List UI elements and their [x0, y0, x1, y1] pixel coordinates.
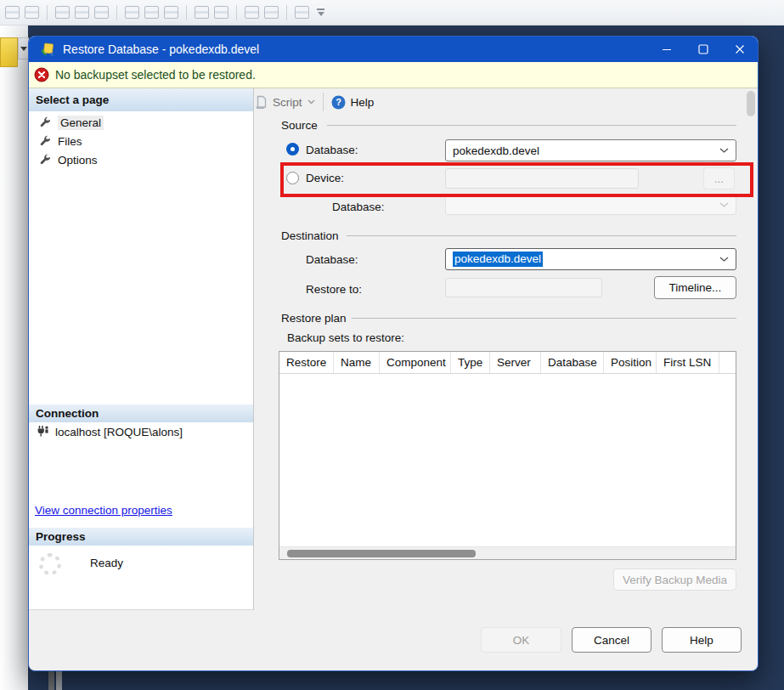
error-icon — [34, 67, 49, 82]
toolbar-icon-4[interactable] — [75, 6, 89, 19]
background-yellow-combo[interactable] — [0, 37, 18, 67]
progress-header: Progress — [29, 528, 253, 546]
destination-database-label: Database: — [306, 253, 358, 266]
timeline-button[interactable]: Timeline... — [654, 276, 736, 299]
restore-database-dialog: Restore Database - pokedexdb.devel — [28, 36, 759, 671]
cancel-button[interactable]: Cancel — [572, 627, 651, 653]
maximize-icon — [698, 44, 708, 54]
source-device-field[interactable] — [445, 168, 639, 189]
column-header-server[interactable]: Server — [490, 352, 541, 373]
sidebar-item-files[interactable]: Files — [39, 133, 82, 150]
group-divider — [347, 235, 736, 236]
sidebar-item-options[interactable]: Options — [39, 151, 98, 168]
sidebar-item-label: Files — [58, 135, 82, 148]
connection-server-row: localhost [ROQUE\alons] — [36, 425, 183, 438]
column-header-database[interactable]: Database — [541, 352, 604, 373]
alert-message: No backupset selected to be restored. — [55, 68, 256, 82]
ok-button[interactable]: OK — [481, 627, 561, 653]
backup-sets-table: Restore Name Component Type Server Datab… — [279, 351, 736, 560]
toolbar-separator — [186, 5, 187, 20]
close-button[interactable] — [721, 37, 758, 62]
combobox-selected-value: pokedexdb.devel — [453, 252, 543, 267]
column-header-restore[interactable]: Restore — [279, 352, 334, 373]
screen: Restore Database - pokedexdb.devel — [0, 0, 784, 690]
toolbar-separator — [323, 93, 324, 111]
svg-text:?: ? — [336, 97, 341, 107]
destination-database-combobox[interactable]: pokedexdb.devel — [445, 248, 736, 270]
chevron-down-icon — [719, 148, 729, 153]
toolbar-icon-8[interactable] — [164, 6, 178, 19]
background-scrollbar[interactable] — [48, 671, 54, 690]
source-device-label[interactable]: Device: — [306, 172, 344, 184]
toolbar-icon-1[interactable] — [5, 6, 20, 19]
toolbar-separator — [236, 5, 237, 20]
source-database-label[interactable]: Database: — [306, 144, 358, 156]
wrench-icon — [39, 154, 51, 166]
toolbar-icon-7[interactable] — [144, 6, 159, 19]
view-connection-properties-link[interactable]: View connection properties — [35, 504, 172, 517]
toolbar-separator — [116, 5, 117, 20]
alert-bar: No backupset selected to be restored. — [29, 62, 758, 88]
group-divider — [352, 318, 736, 319]
window-controls — [648, 37, 758, 62]
toolbar-icon-3[interactable] — [55, 6, 70, 19]
toolbar-icon-11[interactable] — [245, 6, 259, 19]
restore-database-icon — [40, 42, 55, 57]
minimize-icon — [662, 44, 672, 54]
wrench-icon — [39, 116, 51, 128]
toolbar-icon-2[interactable] — [25, 6, 39, 19]
source-database-radio[interactable] — [286, 143, 299, 156]
source-sub-database-combobox[interactable] — [445, 194, 736, 215]
source-database-combobox[interactable]: pokedexdb.devel — [445, 139, 736, 161]
connection-icon — [36, 425, 49, 438]
column-header-position[interactable]: Position — [604, 352, 657, 373]
group-divider — [327, 125, 736, 126]
device-browse-button[interactable]: ... — [703, 167, 735, 189]
column-header-type[interactable]: Type — [451, 352, 490, 373]
maximize-button[interactable] — [685, 37, 721, 62]
connection-server: localhost [ROQUE\alons] — [55, 426, 183, 438]
connection-header: Connection — [29, 404, 253, 422]
source-group-label: Source — [281, 119, 318, 132]
toolbar-icon-12[interactable] — [264, 6, 279, 19]
background-scrollbar[interactable] — [56, 671, 62, 690]
toolbar-icon-5[interactable] — [94, 6, 109, 19]
chevron-down-icon — [719, 257, 729, 262]
toolbar-separator — [47, 5, 48, 20]
help-toolbar-button[interactable]: Help — [351, 96, 375, 109]
toolbar-separator — [286, 5, 287, 20]
dialog-toolbar: Script ? Help — [255, 90, 374, 114]
table-horizontal-scrollbar[interactable] — [279, 546, 736, 559]
progress-status: Ready — [90, 557, 123, 569]
script-button[interactable]: Script — [273, 96, 302, 109]
close-icon — [735, 44, 745, 54]
help-button[interactable]: Help — [662, 627, 742, 653]
toolbar-icon-9[interactable] — [195, 6, 209, 19]
restore-to-field[interactable] — [445, 278, 602, 297]
sidebar-item-label: General — [58, 116, 104, 130]
minimize-button[interactable] — [648, 37, 685, 62]
sidebar-item-general[interactable]: General — [39, 114, 104, 131]
source-device-radio[interactable] — [286, 172, 299, 184]
background-left-strip — [0, 25, 28, 690]
script-dropdown-arrow[interactable] — [307, 99, 315, 105]
column-header-first-lsn[interactable]: First LSN — [657, 352, 719, 373]
dialog-scrollbar-thumb[interactable] — [747, 91, 755, 116]
dialog-titlebar[interactable]: Restore Database - pokedexdb.devel — [29, 37, 758, 62]
column-header-component[interactable]: Component — [380, 352, 451, 373]
toolbar-overflow-icon[interactable] — [317, 8, 324, 16]
verify-backup-media-button[interactable]: Verify Backup Media — [613, 568, 736, 591]
sidebar-item-label: Options — [58, 154, 98, 167]
restore-to-label: Restore to: — [306, 283, 362, 296]
toolbar-icon-13[interactable] — [295, 6, 309, 19]
scrollbar-thumb[interactable] — [287, 550, 476, 557]
column-header-filler — [719, 352, 736, 373]
combobox-value: pokedexdb.devel — [453, 144, 539, 157]
sidebar: Select a page General Files Options Con — [29, 88, 254, 610]
dialog-title: Restore Database - pokedexdb.devel — [63, 42, 259, 56]
destination-group-label: Destination — [281, 229, 339, 242]
column-header-name[interactable]: Name — [334, 352, 380, 373]
toolbar-icon-10[interactable] — [214, 6, 228, 19]
restore-plan-group-label: Restore plan — [281, 312, 347, 325]
toolbar-icon-6[interactable] — [125, 6, 139, 19]
